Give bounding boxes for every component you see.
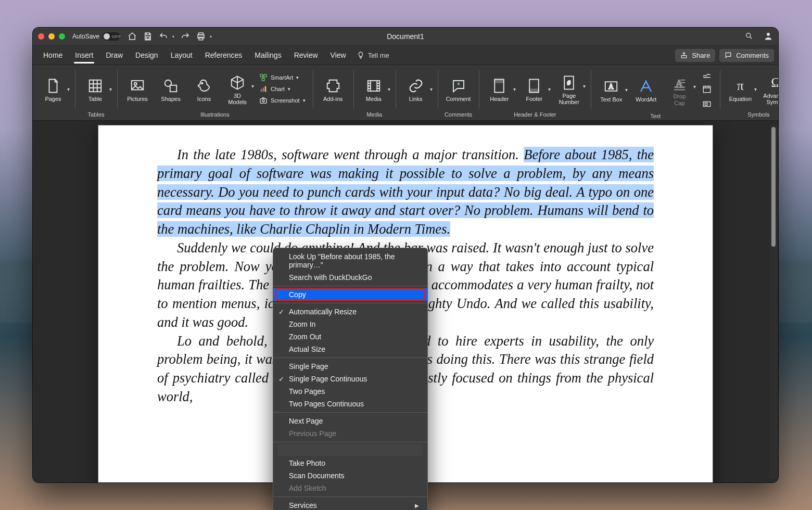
table-button[interactable]: Table — [80, 76, 110, 102]
header-button[interactable]: Header — [484, 76, 514, 102]
tab-layout[interactable]: Layout — [164, 47, 199, 63]
undo-icon[interactable] — [159, 32, 168, 41]
home-icon[interactable] — [128, 32, 137, 41]
tab-review[interactable]: Review — [288, 47, 324, 63]
svg-point-12 — [201, 83, 203, 84]
addins-button[interactable]: Add-ins — [318, 76, 348, 102]
shapes-button[interactable]: Shapes — [156, 76, 186, 102]
print-icon[interactable] — [196, 32, 206, 41]
pages-button[interactable]: Pages — [38, 76, 68, 102]
cm-auto-resize[interactable]: ✓ Automatically Resize — [273, 305, 427, 318]
quick-access-toolbar: ▾ ▾ — [128, 32, 212, 41]
smartart-icon — [259, 73, 268, 82]
vertical-scrollbar[interactable] — [770, 125, 777, 478]
ribbon-group-symbols: π Equation ▾ Ω Advanced Symbol Symbols — [720, 65, 779, 120]
wordart-button[interactable]: WordArt — [631, 76, 661, 103]
links-button[interactable]: Links — [401, 76, 431, 102]
tab-draw[interactable]: Draw — [99, 47, 129, 63]
ribbon-group-pages: Pages ▾ — [33, 65, 75, 120]
check-icon: ✓ — [278, 308, 284, 316]
paragraph-1[interactable]: In the late 1980s, software went through… — [157, 146, 654, 239]
textbox-button[interactable]: A Text Box — [596, 76, 626, 103]
signature-line-button[interactable] — [702, 69, 712, 80]
3d-models-button[interactable]: 3D Models — [222, 73, 252, 105]
zoom-window-button[interactable] — [59, 33, 65, 40]
page-number-button[interactable]: # Page Number — [554, 73, 584, 105]
links-dropdown[interactable]: ▾ — [430, 86, 433, 92]
undo-dropdown-caret[interactable]: ▾ — [172, 34, 174, 39]
autosave-toggle[interactable]: OFF — [103, 32, 120, 41]
ribbon-group-comments: Comment Comments — [438, 65, 479, 120]
table-dropdown[interactable]: ▾ — [109, 86, 112, 92]
equation-button[interactable]: π Equation — [725, 76, 755, 102]
scrollbar-thumb[interactable] — [771, 127, 776, 247]
svg-rect-33 — [705, 103, 708, 106]
cm-copy[interactable]: Copy — [273, 288, 427, 301]
svg-rect-14 — [264, 74, 267, 77]
svg-text:#: # — [567, 80, 571, 86]
tab-mailings[interactable]: Mailings — [248, 47, 287, 63]
pictures-button[interactable]: Pictures — [122, 76, 153, 102]
cm-separator — [273, 358, 427, 358]
models-dropdown[interactable]: ▾ — [251, 83, 254, 89]
object-button[interactable] — [702, 99, 712, 110]
date-time-button[interactable] — [702, 84, 712, 95]
ribbon-group-links: Links ▾ — [396, 65, 438, 120]
symbol-button[interactable]: Ω Advanced Symbol — [760, 73, 779, 105]
minimize-window-button[interactable] — [48, 33, 55, 40]
shapes-icon — [163, 78, 179, 94]
cm-scan-documents[interactable]: Scan Documents — [273, 469, 427, 482]
cm-actual-size[interactable]: Actual Size — [273, 343, 427, 355]
pages-dropdown[interactable]: ▾ — [67, 86, 70, 92]
comments-button[interactable]: Comments — [719, 49, 774, 62]
ribbon-tabs: Home Insert Draw Design Layout Reference… — [33, 45, 778, 65]
comment-button[interactable]: Comment — [443, 76, 474, 102]
tab-design[interactable]: Design — [129, 47, 164, 63]
media-dropdown[interactable]: ▾ — [388, 86, 390, 92]
cm-search-engine[interactable]: Search with DuckDuckGo — [273, 271, 427, 284]
cm-lookup[interactable]: Look Up "Before about 1985, the primary…… — [273, 250, 427, 271]
svg-rect-17 — [263, 87, 264, 92]
chart-button[interactable]: Chart ▾ — [257, 84, 308, 94]
svg-point-4 — [746, 33, 751, 37]
redo-icon[interactable] — [181, 32, 190, 41]
svg-rect-31 — [704, 86, 711, 93]
autosave-label: AutoSave — [72, 33, 99, 40]
qat-customize-caret[interactable]: ▾ — [210, 34, 212, 39]
screenshot-button[interactable]: Screenshot ▾ — [257, 95, 308, 106]
page-number-icon: # — [561, 75, 577, 91]
dropcap-button[interactable]: A Drop Cap — [664, 73, 694, 106]
cm-next-page[interactable]: Next Page — [273, 415, 427, 427]
cm-single-page-continuous[interactable]: ✓ Single Page Continuous — [273, 373, 427, 385]
smartart-button[interactable]: SmartArt ▾ — [257, 72, 308, 83]
cm-add-sketch: Add Sketch — [273, 482, 427, 494]
titlebar: AutoSave OFF ▾ ▾ Document1 — [33, 28, 778, 45]
cm-services[interactable]: Services — [273, 499, 427, 510]
tab-home[interactable]: Home — [37, 47, 69, 63]
media-button[interactable]: Media — [359, 76, 389, 102]
tab-references[interactable]: References — [199, 47, 249, 63]
cm-two-pages-continuous[interactable]: Two Pages Continuous — [273, 398, 427, 410]
cm-zoom-out[interactable]: Zoom Out — [273, 330, 427, 343]
svg-rect-18 — [265, 86, 267, 92]
close-window-button[interactable] — [38, 33, 44, 40]
save-icon[interactable] — [143, 32, 153, 41]
cm-separator — [273, 496, 427, 497]
context-menu: Look Up "Before about 1985, the primary…… — [273, 248, 428, 510]
autosave-control[interactable]: AutoSave OFF — [72, 32, 120, 41]
comments-icon — [725, 52, 732, 59]
tab-view[interactable]: View — [324, 47, 352, 63]
search-icon[interactable] — [745, 32, 753, 42]
cm-take-photo[interactable]: Take Photo — [273, 457, 427, 469]
tab-insert[interactable]: Insert — [69, 47, 99, 63]
share-button[interactable]: Share — [675, 49, 715, 62]
tell-me-search[interactable]: Tell me — [357, 51, 389, 59]
footer-button[interactable]: Footer — [519, 76, 549, 102]
account-icon[interactable] — [764, 31, 773, 42]
cm-zoom-in[interactable]: Zoom In — [273, 318, 427, 330]
cm-two-pages[interactable]: Two Pages — [273, 385, 427, 398]
cm-separator — [273, 442, 427, 442]
icons-button[interactable]: Icons — [189, 76, 219, 102]
comment-icon — [451, 78, 466, 94]
cm-single-page[interactable]: Single Page — [273, 360, 427, 373]
